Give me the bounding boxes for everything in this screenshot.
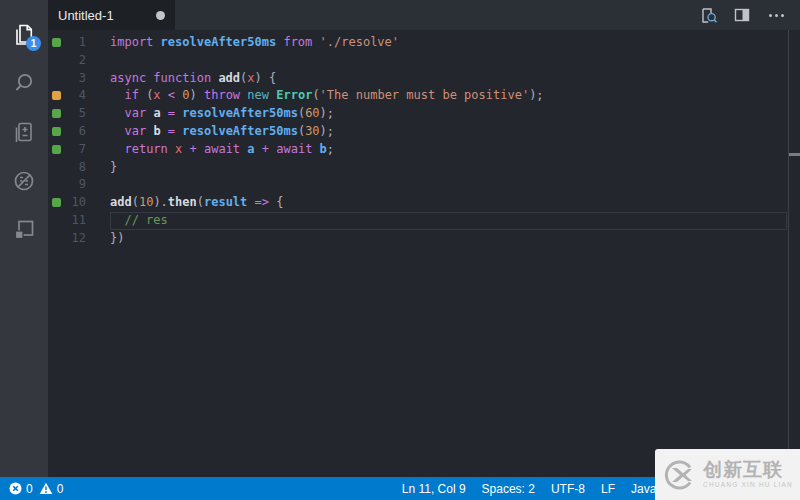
code-text	[110, 176, 787, 194]
line-number[interactable]: 8	[48, 159, 86, 177]
sidebar-item-source-control[interactable]	[0, 107, 48, 156]
watermark-badge: 创新互联 CHUANG XIN HU LIAN	[655, 449, 800, 500]
scrollbar-track-border	[788, 30, 789, 477]
watermark-cn-text: 创新互联	[703, 460, 793, 479]
errors-indicator[interactable]: 0	[9, 482, 33, 496]
code-text: import resolveAfter50ms from './resolve'	[110, 34, 787, 52]
more-actions-icon[interactable]	[766, 5, 786, 25]
extensions-icon	[11, 217, 37, 243]
split-editor-icon[interactable]	[732, 5, 752, 25]
code-text: add(10).then(result => {	[110, 194, 787, 212]
watermark-en-text: CHUANG XIN HU LIAN	[703, 482, 793, 489]
code-line[interactable]: 3async function add(x) {	[48, 70, 800, 88]
code-line[interactable]: 9	[48, 176, 800, 194]
tab-title: Untitled-1	[58, 8, 148, 23]
code-text: var a = resolveAfter50ms(60);	[110, 105, 787, 123]
code-text: }	[110, 159, 787, 177]
tab-untitled-1[interactable]: Untitled-1	[48, 0, 175, 30]
error-icon	[9, 482, 22, 495]
gutter-marker-green	[52, 109, 61, 118]
overview-ruler-marker	[789, 153, 800, 156]
code-text: var b = resolveAfter50ms(30);	[110, 123, 787, 141]
activity-bar: 1	[0, 0, 48, 477]
code-text: })	[110, 230, 787, 248]
code-line[interactable]: 6 var b = resolveAfter50ms(30);	[48, 123, 800, 141]
code-line[interactable]: 4 if (x < 0) throw new Error('The number…	[48, 87, 800, 105]
code-line[interactable]: 8}	[48, 159, 800, 177]
code-line[interactable]: 7 return x + await a + await b;	[48, 141, 800, 159]
line-number[interactable]: 2	[48, 52, 86, 70]
line-number[interactable]: 9	[48, 176, 86, 194]
sidebar-item-debug[interactable]	[0, 156, 48, 205]
gutter-marker-green	[52, 198, 61, 207]
code-text: if (x < 0) throw new Error('The number m…	[110, 87, 787, 105]
sidebar-item-explorer[interactable]: 1	[0, 9, 48, 58]
problems-summary[interactable]: 0 0	[0, 482, 63, 496]
search-icon	[11, 70, 37, 96]
source-control-icon	[11, 119, 37, 145]
code-text: // res	[110, 212, 787, 230]
sidebar-item-search[interactable]	[0, 58, 48, 107]
gutter-marker-green	[52, 127, 61, 136]
status-bar-right: Ln 11, Col 9 Spaces: 2 UTF-8 LF JavaScri…	[402, 482, 687, 496]
code-text: return x + await a + await b;	[110, 141, 787, 159]
errors-count: 0	[26, 482, 33, 496]
editor-pane[interactable]: 1import resolveAfter50ms from './resolve…	[48, 30, 800, 477]
line-number[interactable]: 12	[48, 230, 86, 248]
gutter-marker-green	[52, 38, 61, 47]
watermark-text: 创新互联 CHUANG XIN HU LIAN	[703, 460, 793, 489]
debug-no-bug-icon	[11, 168, 37, 194]
open-preview-icon[interactable]	[698, 5, 718, 25]
encoding-setting[interactable]: UTF-8	[551, 482, 585, 496]
code-line[interactable]: 5 var a = resolveAfter50ms(60);	[48, 105, 800, 123]
cursor-position[interactable]: Ln 11, Col 9	[402, 482, 466, 496]
explorer-badge: 1	[26, 36, 41, 51]
vscode-window: 1	[0, 0, 800, 500]
code-text: async function add(x) {	[110, 70, 787, 88]
code-line[interactable]: 1import resolveAfter50ms from './resolve…	[48, 34, 800, 52]
editor-actions	[698, 0, 800, 30]
code-line[interactable]: 10add(10).then(result => {	[48, 194, 800, 212]
sidebar-item-extensions[interactable]	[0, 205, 48, 254]
code-text	[110, 52, 787, 70]
code-line[interactable]: 2	[48, 52, 800, 70]
gutter-marker-green	[52, 145, 61, 154]
warning-icon	[39, 482, 53, 495]
line-number[interactable]: 11	[48, 212, 86, 230]
tab-bar: Untitled-1	[48, 0, 800, 30]
gutter-marker-orange	[52, 91, 61, 100]
warnings-indicator[interactable]: 0	[39, 482, 64, 496]
code-line[interactable]: 11 // res	[48, 212, 800, 230]
watermark-logo-icon	[662, 458, 696, 492]
code-lines: 1import resolveAfter50ms from './resolve…	[48, 34, 800, 248]
eol-setting[interactable]: LF	[601, 482, 615, 496]
code-line[interactable]: 12})	[48, 230, 800, 248]
indentation-setting[interactable]: Spaces: 2	[482, 482, 535, 496]
line-number[interactable]: 3	[48, 70, 86, 88]
warnings-count: 0	[57, 482, 64, 496]
unsaved-changes-dot[interactable]	[156, 11, 165, 20]
